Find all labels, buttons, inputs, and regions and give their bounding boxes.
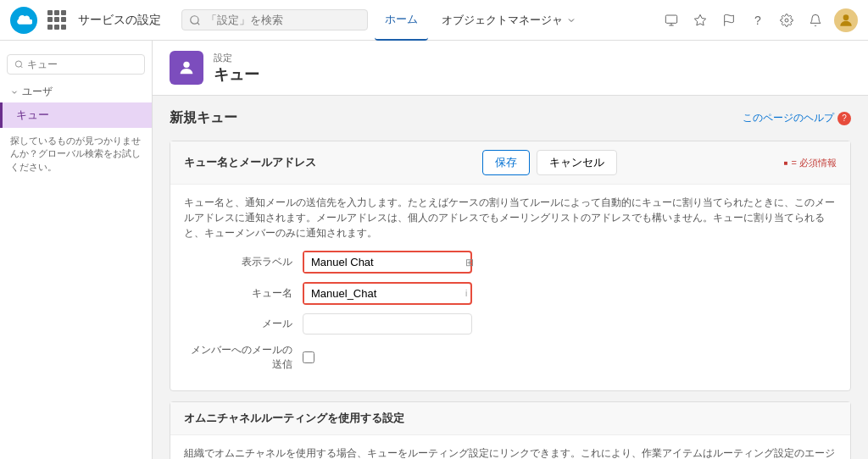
toolbar-actions: 保存 キャンセル bbox=[482, 150, 617, 175]
sidebar-section-label: ユーザ bbox=[22, 85, 53, 99]
top-navigation: サービスの設定 ホーム オブジェクトマネージャ ? bbox=[0, 0, 868, 41]
sidebar-item-queue[interactable]: キュー bbox=[0, 102, 152, 128]
input-icon: ⊞ bbox=[460, 253, 479, 272]
send-to-members-checkbox[interactable] bbox=[303, 351, 314, 363]
bell-icon[interactable] bbox=[805, 10, 826, 30]
email-input[interactable] bbox=[303, 313, 472, 335]
omni-channel-body: 組織でオムニチャネルを使用する場合、キューをルーティング設定にリンクできます。こ… bbox=[170, 435, 850, 459]
help-circle: ? bbox=[837, 112, 851, 125]
name-email-title: キュー名とメールアドレス bbox=[184, 155, 316, 170]
search-icon bbox=[189, 14, 201, 26]
breadcrumb: 設定 bbox=[214, 52, 259, 64]
chevron-down-icon bbox=[10, 88, 19, 97]
tab-home[interactable]: ホーム bbox=[375, 0, 428, 41]
svg-marker-2 bbox=[694, 14, 705, 25]
omni-channel-title: オムニチャネルルーティングを使用する設定 bbox=[184, 411, 404, 426]
queue-name-input-container: i bbox=[303, 282, 472, 305]
settings-icon[interactable] bbox=[776, 10, 797, 30]
queue-name-icon: i bbox=[460, 285, 472, 301]
page-header: 設定 キュー bbox=[153, 41, 868, 96]
queue-icon bbox=[177, 58, 196, 77]
salesforce-logo[interactable] bbox=[10, 7, 37, 34]
page-header-info: 設定 キュー bbox=[214, 52, 259, 85]
name-email-section: キュー名とメールアドレス 保存 キャンセル = 必須情報 キュー名と、通知メール… bbox=[170, 141, 851, 391]
display-label-wrap: ⊞ bbox=[303, 251, 837, 274]
avatar[interactable] bbox=[834, 8, 858, 32]
name-email-section-header: キュー名とメールアドレス 保存 キャンセル = 必須情報 bbox=[170, 141, 850, 185]
send-to-members-checkbox-wrap bbox=[303, 351, 837, 363]
cancel-button[interactable]: キャンセル bbox=[537, 150, 617, 175]
star-icon[interactable] bbox=[690, 10, 710, 30]
svg-point-7 bbox=[183, 62, 189, 68]
global-search[interactable] bbox=[181, 9, 368, 30]
omni-channel-description: 組織でオムニチャネルを使用する場合、キューをルーティング設定にリンクできます。こ… bbox=[184, 445, 837, 459]
help-icon[interactable]: ? bbox=[748, 10, 768, 30]
svg-point-6 bbox=[15, 61, 21, 67]
form-area: 新規キュー このページのヘルプ ? キュー名とメールアドレス 保存 キャンセル bbox=[153, 96, 868, 459]
nav-tabs: ホーム オブジェクトマネージャ bbox=[375, 0, 654, 41]
email-label: メール bbox=[184, 317, 303, 331]
app-name: サービスの設定 bbox=[78, 13, 161, 28]
sidebar-section-header-users[interactable]: ユーザ bbox=[0, 81, 152, 102]
required-badge: = 必須情報 bbox=[784, 157, 837, 169]
send-to-members-row: メンバーへのメールの送信 bbox=[184, 343, 837, 372]
display-label-row: 表示ラベル ⊞ bbox=[184, 251, 837, 274]
queue-name-label: キュー名 bbox=[184, 286, 303, 301]
content-area: 設定 キュー 新規キュー このページのヘルプ ? キュー名とメールアドレス bbox=[153, 41, 868, 459]
app-grid-icon[interactable] bbox=[47, 10, 68, 30]
svg-rect-1 bbox=[665, 15, 676, 23]
email-wrap bbox=[303, 313, 837, 335]
queue-name-row: キュー名 i bbox=[184, 282, 837, 305]
omni-channel-header: オムニチャネルルーティングを使用する設定 bbox=[170, 402, 850, 435]
queue-name-wrap: i bbox=[303, 282, 837, 305]
send-to-members-label: メンバーへのメールの送信 bbox=[184, 343, 303, 372]
multimonitor-icon[interactable] bbox=[661, 10, 682, 30]
sidebar-search[interactable] bbox=[7, 54, 145, 75]
sidebar-hint: 探しているものが見つかりませんか？グローバル検索をお試しください。 bbox=[0, 128, 152, 180]
top-nav-icons: ? bbox=[661, 8, 858, 32]
name-email-description: キュー名と、通知メールの送信先を入力します。たとえばケースの割り当てルールによっ… bbox=[184, 195, 837, 241]
sidebar-search-icon bbox=[14, 59, 24, 69]
main-layout: ユーザ キュー 探しているものが見つかりませんか？グローバル検索をお試しください… bbox=[0, 41, 868, 459]
queue-name-input[interactable] bbox=[304, 284, 460, 303]
svg-point-5 bbox=[843, 14, 849, 20]
email-row: メール bbox=[184, 313, 837, 335]
chevron-down-icon bbox=[566, 15, 576, 25]
flag-icon[interactable] bbox=[719, 10, 739, 30]
sidebar: ユーザ キュー 探しているものが見つかりませんか？グローバル検索をお試しください… bbox=[0, 41, 153, 459]
form-title-row: 新規キュー このページのヘルプ ? bbox=[170, 109, 851, 127]
sidebar-section-users: ユーザ キュー bbox=[0, 81, 152, 128]
name-email-body: キュー名と、通知メールの送信先を入力します。たとえばケースの割り当てルールによっ… bbox=[170, 185, 850, 390]
page-title: キュー bbox=[214, 64, 259, 85]
page-header-icon bbox=[170, 51, 203, 85]
display-label-input-container: ⊞ bbox=[303, 251, 472, 274]
svg-point-4 bbox=[785, 19, 788, 22]
display-label-label: 表示ラベル bbox=[184, 255, 303, 269]
help-link[interactable]: このページのヘルプ ? bbox=[743, 111, 851, 125]
display-label-input[interactable] bbox=[304, 252, 460, 272]
form-title: 新規キュー bbox=[170, 109, 237, 127]
tab-object-manager[interactable]: オブジェクトマネージャ bbox=[431, 0, 587, 41]
search-input[interactable] bbox=[206, 14, 342, 26]
send-to-members-wrap bbox=[303, 351, 837, 363]
save-button[interactable]: 保存 bbox=[482, 150, 530, 175]
omni-channel-section: オムニチャネルルーティングを使用する設定 組織でオムニチャネルを使用する場合、キ… bbox=[170, 401, 851, 459]
svg-point-0 bbox=[191, 15, 198, 23]
sidebar-search-input[interactable] bbox=[27, 58, 137, 70]
